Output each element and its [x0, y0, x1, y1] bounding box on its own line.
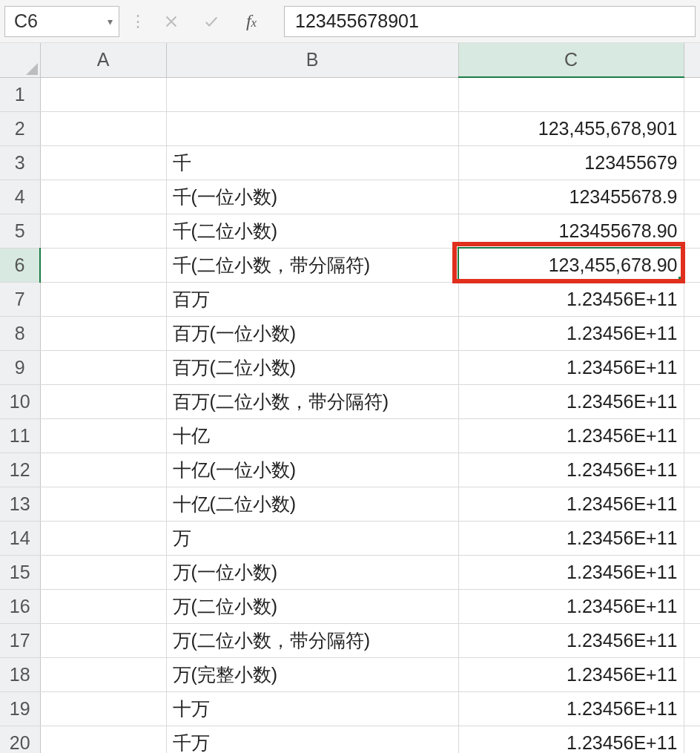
col-header-c[interactable]: C — [458, 43, 684, 77]
cell-b18[interactable]: 万(完整小数) — [166, 657, 458, 691]
cell-extra[interactable] — [684, 145, 700, 180]
cell-c1[interactable] — [458, 77, 684, 111]
cell-c7[interactable]: 1.23456E+11 — [458, 282, 684, 316]
cell-b10[interactable]: 百万(二位小数，带分隔符) — [166, 384, 458, 418]
cell-a10[interactable] — [40, 384, 166, 418]
cell-extra[interactable] — [684, 691, 700, 726]
cell-a4[interactable] — [40, 180, 166, 214]
cell-b7[interactable]: 百万 — [166, 282, 458, 316]
cell-b4[interactable]: 千(一位小数) — [166, 180, 458, 214]
cell-extra[interactable] — [684, 589, 700, 623]
col-header-b[interactable]: B — [166, 43, 458, 77]
cell-c6[interactable]: 123,455,678.90 — [458, 248, 684, 282]
cell-c17[interactable]: 1.23456E+11 — [458, 623, 684, 657]
row-header[interactable]: 7 — [0, 282, 40, 316]
cell-extra[interactable] — [684, 384, 700, 418]
cell-c10[interactable]: 1.23456E+11 — [458, 384, 684, 418]
cell-extra[interactable] — [684, 726, 700, 753]
cell-c18[interactable]: 1.23456E+11 — [458, 657, 684, 691]
cell-a14[interactable] — [40, 521, 166, 555]
cell-extra[interactable] — [684, 248, 700, 282]
cell-b19[interactable]: 十万 — [166, 691, 458, 726]
row-header[interactable]: 14 — [0, 521, 40, 555]
cell-a11[interactable] — [40, 418, 166, 453]
row-header[interactable]: 16 — [0, 589, 40, 623]
cell-c2[interactable]: 123,455,678,901 — [458, 111, 684, 145]
row-header[interactable]: 9 — [0, 350, 40, 384]
cell-c8[interactable]: 1.23456E+11 — [458, 316, 684, 350]
cell-a20[interactable] — [40, 726, 166, 753]
cell-a15[interactable] — [40, 555, 166, 589]
row-header[interactable]: 1 — [0, 77, 40, 111]
cell-a18[interactable] — [40, 657, 166, 691]
cell-b15[interactable]: 万(一位小数) — [166, 555, 458, 589]
cell-a9[interactable] — [40, 350, 166, 384]
row-header[interactable]: 10 — [0, 384, 40, 418]
cell-a12[interactable] — [40, 453, 166, 487]
enter-button[interactable] — [197, 8, 226, 35]
cell-a8[interactable] — [40, 316, 166, 350]
row-header[interactable]: 4 — [0, 180, 40, 214]
col-header-extra[interactable] — [684, 43, 700, 77]
cell-b14[interactable]: 万 — [166, 521, 458, 555]
cell-extra[interactable] — [684, 657, 700, 691]
cell-b2[interactable] — [166, 111, 458, 145]
cell-a5[interactable] — [40, 214, 166, 248]
row-header[interactable]: 13 — [0, 487, 40, 521]
row-header[interactable]: 6 — [0, 248, 40, 282]
cell-c11[interactable]: 1.23456E+11 — [458, 418, 684, 453]
cell-extra[interactable] — [684, 521, 700, 555]
cell-a3[interactable] — [40, 145, 166, 180]
cell-a13[interactable] — [40, 487, 166, 521]
cell-c14[interactable]: 1.23456E+11 — [458, 521, 684, 555]
cell-b8[interactable]: 百万(一位小数) — [166, 316, 458, 350]
dropdown-icon[interactable]: ▾ — [108, 16, 113, 27]
cell-a19[interactable] — [40, 691, 166, 726]
cell-b17[interactable]: 万(二位小数，带分隔符) — [166, 623, 458, 657]
cell-b20[interactable]: 千万 — [166, 726, 458, 753]
cell-extra[interactable] — [684, 282, 700, 316]
cell-a17[interactable] — [40, 623, 166, 657]
row-header[interactable]: 2 — [0, 111, 40, 145]
select-all-corner[interactable] — [0, 43, 40, 77]
cell-c12[interactable]: 1.23456E+11 — [458, 453, 684, 487]
cell-c19[interactable]: 1.23456E+11 — [458, 691, 684, 726]
cell-b6[interactable]: 千(二位小数，带分隔符) — [166, 248, 458, 282]
cell-extra[interactable] — [684, 214, 700, 248]
cell-c9[interactable]: 1.23456E+11 — [458, 350, 684, 384]
row-header[interactable]: 20 — [0, 726, 40, 753]
cell-a1[interactable] — [40, 77, 166, 111]
cell-c15[interactable]: 1.23456E+11 — [458, 555, 684, 589]
cell-a7[interactable] — [40, 282, 166, 316]
cell-extra[interactable] — [684, 487, 700, 521]
insert-function-button[interactable]: fx — [237, 8, 266, 35]
cell-a6[interactable] — [40, 248, 166, 282]
row-header[interactable]: 15 — [0, 555, 40, 589]
row-header[interactable]: 8 — [0, 316, 40, 350]
cell-b3[interactable]: 千 — [166, 145, 458, 180]
cell-extra[interactable] — [684, 316, 700, 350]
cell-extra[interactable] — [684, 623, 700, 657]
row-header[interactable]: 5 — [0, 214, 40, 248]
cell-a16[interactable] — [40, 589, 166, 623]
row-header[interactable]: 19 — [0, 691, 40, 726]
row-header[interactable]: 17 — [0, 623, 40, 657]
row-header[interactable]: 11 — [0, 418, 40, 453]
row-header[interactable]: 3 — [0, 145, 40, 180]
cell-extra[interactable] — [684, 453, 700, 487]
cell-c16[interactable]: 1.23456E+11 — [458, 589, 684, 623]
cell-b1[interactable] — [166, 77, 458, 111]
row-header[interactable]: 12 — [0, 453, 40, 487]
cell-b11[interactable]: 十亿 — [166, 418, 458, 453]
formula-input[interactable]: 123455678901 — [284, 6, 696, 37]
col-header-a[interactable]: A — [40, 43, 166, 77]
cell-extra[interactable] — [684, 180, 700, 214]
cell-c13[interactable]: 1.23456E+11 — [458, 487, 684, 521]
row-header[interactable]: 18 — [0, 657, 40, 691]
cell-b12[interactable]: 十亿(一位小数) — [166, 453, 458, 487]
name-box[interactable]: C6 ▾ — [4, 6, 119, 37]
cell-b9[interactable]: 百万(二位小数) — [166, 350, 458, 384]
cell-b5[interactable]: 千(二位小数) — [166, 214, 458, 248]
cell-extra[interactable] — [684, 555, 700, 589]
cell-b16[interactable]: 万(二位小数) — [166, 589, 458, 623]
